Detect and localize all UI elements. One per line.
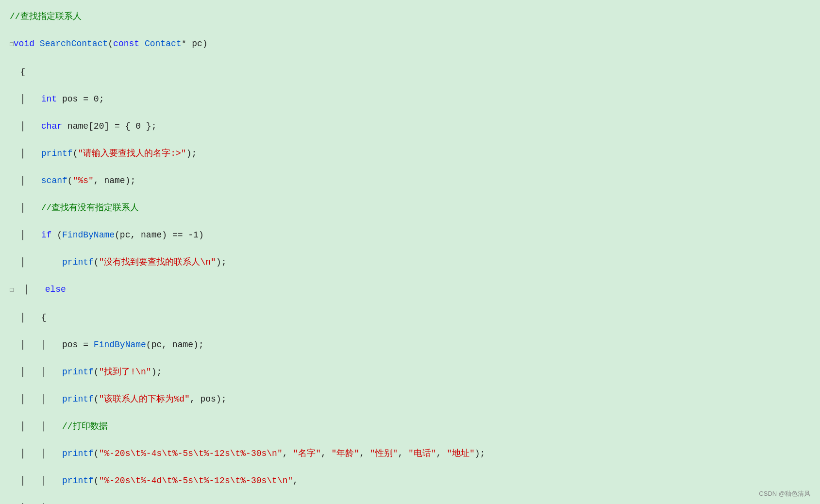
line-9: │ if (FindByName(pc, name) == -1) <box>10 228 810 242</box>
watermark: CSDN @釉色清风 <box>759 489 810 498</box>
line-4: │ int pos = 0; <box>10 92 810 106</box>
code-container: //查找指定联系人 □void SearchContact(const Cont… <box>0 0 820 504</box>
line-5: │ char name[20] = { 0 }; <box>10 119 810 133</box>
code-block: //查找指定联系人 □void SearchContact(const Cont… <box>0 5 820 504</box>
line-15: │ │ printf("该联系人的下标为%d", pos); <box>10 392 810 406</box>
line-19: │ │ pc->data[pos].name, <box>10 501 810 504</box>
line-7: │ scanf("%s", name); <box>10 174 810 187</box>
fold-2[interactable]: □ <box>10 41 14 48</box>
comment-1: //查找指定联系人 <box>10 12 82 21</box>
line-11: □ │ else <box>10 283 810 297</box>
keyword-void: void <box>14 39 34 49</box>
keyword-const: const <box>113 39 139 49</box>
line-3: { <box>10 65 810 79</box>
fold-11[interactable]: □ <box>10 286 14 294</box>
line-2: □void SearchContact(const Contact* pc) <box>10 37 810 51</box>
line-14: │ │ printf("找到了!\n"); <box>10 365 810 379</box>
func-name: SearchContact <box>40 39 108 49</box>
line-10: │ printf("没有找到要查找的联系人\n"); <box>10 255 810 269</box>
line-17: │ │ printf("%-20s\t%-4s\t%-5s\t%-12s\t%-… <box>10 447 810 460</box>
line-16: │ │ //打印数据 <box>10 420 810 433</box>
line-13: │ │ pos = FindByName(pc, name); <box>10 338 810 352</box>
line-6: │ printf("请输入要查找人的名字:>"); <box>10 147 810 160</box>
line-12: │ { <box>10 311 810 324</box>
line-18: │ │ printf("%-20s\t%-4d\t%-5s\t%-12s\t%-… <box>10 474 810 487</box>
line-8: │ //查找有没有指定联系人 <box>10 201 810 215</box>
line-1: //查找指定联系人 <box>10 10 810 23</box>
